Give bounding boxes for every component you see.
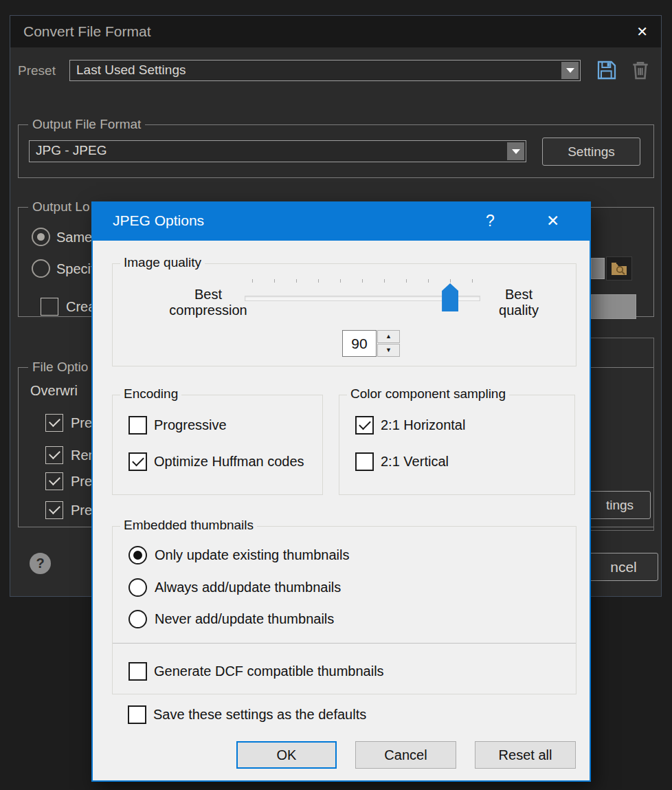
- folder-search-icon: [610, 261, 628, 276]
- create-subfolder-checkbox[interactable]: [41, 298, 58, 316]
- close-icon[interactable]: ✕: [546, 212, 559, 230]
- save-defaults-checkbox[interactable]: [128, 705, 146, 724]
- file-option-checkbox-2[interactable]: [45, 446, 63, 464]
- cancel-button-partial[interactable]: ncel: [589, 553, 658, 581]
- output-file-format-group: Output File Format JPG - JPEG Settings: [18, 124, 654, 178]
- slider-tick: [384, 279, 385, 283]
- horizontal-sampling-label: 2:1 Horizontal: [381, 417, 465, 433]
- slider-tick: [472, 279, 473, 283]
- same-folder-radio[interactable]: [32, 228, 50, 246]
- quality-slider-ticks: [252, 279, 473, 283]
- quality-value-input[interactable]: [342, 330, 377, 357]
- desktop-background: Convert File Format ✕ Preset Last Used S…: [0, 0, 672, 790]
- spin-up-icon[interactable]: ▲: [377, 330, 400, 343]
- reset-all-button[interactable]: Reset all: [475, 741, 576, 769]
- format-settings-button[interactable]: Settings: [542, 138, 640, 166]
- best-quality-line1: Best: [462, 287, 576, 303]
- encoding-group-label: Encoding: [120, 386, 181, 402]
- save-preset-icon[interactable]: [596, 59, 618, 81]
- never-add-radio[interactable]: [128, 610, 147, 628]
- jpeg-options-dialog: JPEG Options ? ✕ Image quality Best comp…: [91, 201, 591, 782]
- file-option-checkbox-3[interactable]: [45, 472, 63, 490]
- jpeg-dialog-titlebar: JPEG Options ? ✕: [93, 203, 590, 241]
- file-option-checkbox-4[interactable]: [45, 501, 63, 519]
- file-options-group-label: File Optio: [28, 360, 92, 375]
- best-quality-label: Best quality: [462, 287, 576, 318]
- chevron-down-icon[interactable]: [561, 62, 579, 79]
- progressive-checkbox[interactable]: [128, 416, 147, 435]
- triangle-glyph: [566, 68, 574, 73]
- file-option-checkbox-1[interactable]: [45, 414, 63, 432]
- always-add-label: Always add/update thumbnails: [155, 580, 341, 595]
- partial-gray-button[interactable]: [591, 294, 636, 319]
- slider-tick: [406, 279, 407, 283]
- preset-label: Preset: [18, 63, 56, 78]
- preset-value: Last Used Settings: [76, 63, 186, 78]
- spin-down-icon[interactable]: ▼: [377, 344, 400, 357]
- slider-tick: [450, 279, 451, 283]
- slider-tick: [428, 279, 429, 283]
- output-file-format-group-label: Output File Format: [28, 117, 145, 132]
- help-icon[interactable]: ?: [30, 553, 51, 574]
- vertical-sampling-label: 2:1 Vertical: [381, 454, 449, 470]
- best-quality-line2: quality: [462, 303, 576, 318]
- slider-tick: [296, 279, 297, 283]
- image-quality-group-label: Image quality: [120, 255, 205, 270]
- optimize-huffman-label: Optimize Huffman codes: [154, 454, 304, 470]
- sampling-group-label: Color component sampling: [347, 386, 509, 402]
- output-location-group-label: Output Lo: [28, 199, 93, 215]
- slider-tick: [252, 279, 253, 283]
- ok-button[interactable]: OK: [236, 741, 337, 769]
- never-add-label: Never add/update thumbnails: [155, 611, 334, 627]
- close-icon[interactable]: ✕: [636, 23, 648, 40]
- delete-preset-icon[interactable]: [629, 59, 651, 81]
- horizontal-sampling-checkbox[interactable]: [355, 416, 374, 435]
- triangle-glyph: [512, 149, 520, 154]
- always-add-radio[interactable]: [128, 578, 147, 597]
- slider-tick: [274, 279, 275, 283]
- jpeg-dialog-title: JPEG Options: [113, 212, 204, 229]
- specific-folder-radio[interactable]: [32, 259, 50, 278]
- embedded-thumbnails-group-label: Embedded thumbnails: [120, 518, 257, 533]
- overwrite-label: Overwri: [30, 383, 78, 399]
- slider-tick: [362, 279, 363, 283]
- preset-dropdown[interactable]: Last Used Settings: [69, 60, 581, 81]
- progressive-label: Progressive: [154, 417, 227, 433]
- separator: [113, 643, 576, 644]
- browse-folder-button[interactable]: [606, 256, 632, 281]
- quality-spin-buttons: ▲ ▼: [377, 330, 400, 357]
- sampling-group: Color component sampling 2:1 Horizontal …: [339, 395, 575, 495]
- advanced-settings-button-partial[interactable]: tings: [589, 491, 651, 519]
- convert-dialog-titlebar: Convert File Format ✕: [10, 16, 661, 47]
- output-path-input-fragment[interactable]: [591, 258, 605, 279]
- format-dropdown[interactable]: JPG - JPEG: [29, 140, 526, 162]
- only-update-radio[interactable]: [128, 546, 147, 564]
- image-quality-group: Image quality Best compression Best qual…: [112, 263, 576, 366]
- encoding-group: Encoding Progressive Optimize Huffman co…: [112, 395, 323, 495]
- help-icon[interactable]: ?: [486, 212, 495, 230]
- cancel-button[interactable]: Cancel: [355, 741, 456, 769]
- save-defaults-label: Save these settings as the defaults: [153, 707, 366, 723]
- quality-spinner: ▲ ▼: [342, 330, 400, 357]
- slider-tick: [340, 279, 341, 283]
- generate-dcf-checkbox[interactable]: [128, 662, 147, 681]
- embedded-thumbnails-group: Embedded thumbnails Only update existing…: [112, 526, 576, 694]
- generate-dcf-label: Generate DCF compatible thumbnails: [154, 663, 384, 679]
- chevron-down-icon[interactable]: [507, 142, 524, 160]
- convert-dialog-title: Convert File Format: [23, 23, 151, 40]
- optimize-huffman-checkbox[interactable]: [128, 452, 147, 471]
- vertical-sampling-checkbox[interactable]: [355, 452, 374, 471]
- quality-slider-thumb[interactable]: [442, 283, 458, 311]
- format-value: JPG - JPEG: [36, 143, 107, 158]
- only-update-label: Only update existing thumbnails: [155, 547, 350, 563]
- quality-slider[interactable]: [245, 279, 480, 320]
- slider-tick: [318, 279, 319, 283]
